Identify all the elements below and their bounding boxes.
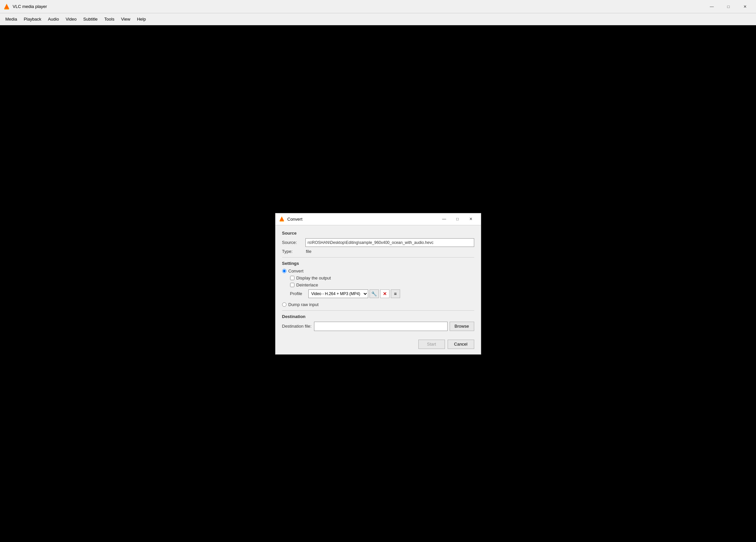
divider-1 — [282, 257, 474, 258]
menu-tools[interactable]: Tools — [101, 15, 118, 23]
dialog-footer: Start Cancel — [275, 336, 481, 354]
menu-audio[interactable]: Audio — [45, 15, 62, 23]
dialog-maximize-button[interactable]: □ — [451, 214, 464, 224]
source-section-header: Source — [282, 231, 474, 236]
menu-playback[interactable]: Playback — [20, 15, 45, 23]
svg-marker-1 — [5, 4, 9, 9]
menu-video[interactable]: Video — [62, 15, 80, 23]
dialog-minimize-button[interactable]: — — [438, 214, 451, 224]
menu-media[interactable]: Media — [2, 15, 20, 23]
svg-rect-5 — [279, 221, 284, 222]
titlebar: VLC media player — □ ✕ — [0, 0, 756, 13]
dialog-controls: — □ ✕ — [438, 214, 478, 224]
svg-marker-4 — [280, 217, 284, 221]
list-icon: ≡ — [394, 291, 396, 296]
source-label: Source: — [282, 240, 305, 245]
profile-row: Profile Video - H.264 + MP3 (MP4) Video … — [290, 289, 474, 298]
app-icon — [3, 3, 10, 10]
delete-icon: ✕ — [383, 291, 387, 296]
profile-new-button[interactable]: ≡ — [391, 289, 400, 298]
wrench-icon: 🔧 — [371, 291, 377, 296]
svg-rect-2 — [4, 9, 9, 9]
type-label: Type: — [282, 249, 305, 254]
dialog-body: Source Source: Type: file Settings Conve… — [275, 225, 481, 336]
convert-dialog: Convert — □ ✕ Source Source: Type: file — [275, 213, 481, 355]
display-output-label[interactable]: Display the output — [296, 275, 331, 280]
settings-section: Settings Convert Display the output Dein… — [282, 261, 474, 307]
display-output-checkbox[interactable] — [290, 276, 294, 280]
menu-subtitle[interactable]: Subtitle — [80, 15, 101, 23]
dialog-icon — [279, 216, 285, 222]
dump-raw-radio[interactable] — [282, 302, 286, 307]
destination-input[interactable] — [314, 322, 447, 331]
close-button[interactable]: ✕ — [737, 1, 753, 12]
destination-field-row: Destination file: Browse — [282, 322, 474, 331]
profile-select[interactable]: Video - H.264 + MP3 (MP4) Video - H.265 … — [308, 289, 368, 298]
destination-section-header: Destination — [282, 314, 474, 319]
settings-section-header: Settings — [282, 261, 474, 266]
dialog-titlebar: Convert — □ ✕ — [275, 213, 481, 225]
source-field-row: Source: — [282, 238, 474, 247]
convert-radio-label[interactable]: Convert — [288, 269, 304, 273]
type-value: file — [306, 249, 312, 254]
deinterlace-checkbox[interactable] — [290, 283, 294, 287]
maximize-button[interactable]: □ — [721, 1, 736, 12]
dump-raw-label[interactable]: Dump raw input — [288, 302, 319, 307]
display-output-row: Display the output — [290, 275, 474, 280]
cancel-button[interactable]: Cancel — [448, 340, 474, 349]
source-input[interactable] — [305, 238, 474, 247]
minimize-button[interactable]: — — [704, 1, 719, 12]
dump-raw-radio-row: Dump raw input — [282, 302, 474, 307]
menubar: Media Playback Audio Video Subtitle Tool… — [0, 13, 756, 25]
start-button[interactable]: Start — [418, 340, 445, 349]
browse-button[interactable]: Browse — [450, 322, 474, 331]
convert-radio[interactable] — [282, 269, 286, 273]
destination-file-label: Destination file: — [282, 324, 312, 329]
deinterlace-row: Deinterlace — [290, 282, 474, 287]
profile-label: Profile — [290, 291, 308, 296]
profile-delete-button[interactable]: ✕ — [380, 289, 389, 298]
convert-radio-row: Convert — [282, 269, 474, 273]
destination-section: Destination Destination file: Browse — [282, 314, 474, 331]
window-controls: — □ ✕ — [704, 1, 753, 12]
app-title: VLC media player — [13, 4, 704, 9]
checkbox-group: Display the output Deinterlace — [290, 275, 474, 287]
modal-overlay: Convert — □ ✕ Source Source: Type: file — [0, 25, 756, 542]
profile-edit-button[interactable]: 🔧 — [370, 289, 379, 298]
dialog-close-button[interactable]: ✕ — [464, 214, 478, 224]
type-field-row: Type: file — [282, 249, 474, 254]
main-area: Convert — □ ✕ Source Source: Type: file — [0, 25, 756, 542]
dialog-title: Convert — [287, 217, 438, 222]
deinterlace-label[interactable]: Deinterlace — [296, 282, 318, 287]
menu-help[interactable]: Help — [134, 15, 149, 23]
divider-2 — [282, 310, 474, 311]
menu-view[interactable]: View — [118, 15, 134, 23]
